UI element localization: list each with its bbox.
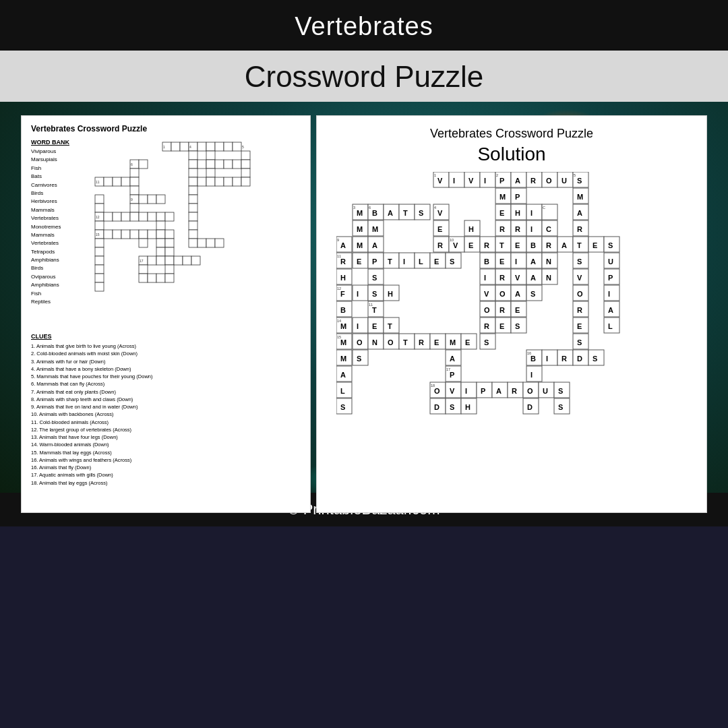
svg-text:V: V [437, 209, 443, 217]
svg-text:I: I [530, 225, 533, 233]
svg-text:O: O [527, 387, 533, 395]
svg-text:E: E [372, 322, 377, 330]
svg-rect-67 [148, 230, 156, 239]
svg-rect-29 [130, 177, 139, 186]
svg-text:E: E [515, 241, 520, 249]
svg-text:A: A [608, 306, 613, 314]
svg-rect-36 [241, 177, 250, 186]
svg-text:O: O [577, 290, 583, 298]
svg-rect-23 [206, 169, 215, 177]
svg-text:H: H [515, 209, 520, 217]
svg-text:M: M [450, 338, 456, 346]
svg-text:S: S [608, 241, 613, 249]
svg-rect-41 [139, 195, 148, 204]
svg-rect-156 [526, 204, 542, 220]
svg-text:T: T [577, 241, 582, 249]
svg-text:B: B [530, 241, 536, 249]
svg-text:T: T [403, 338, 408, 346]
svg-rect-9 [189, 151, 198, 160]
svg-rect-39 [95, 195, 104, 204]
svg-text:5: 5 [242, 145, 244, 149]
svg-text:L: L [608, 322, 613, 330]
svg-text:T: T [372, 306, 377, 314]
svg-rect-46 [130, 204, 139, 212]
svg-rect-264 [353, 285, 368, 301]
word-item: Amphibians [31, 256, 85, 264]
svg-text:H: H [468, 225, 474, 233]
svg-text:A: A [372, 241, 377, 249]
svg-text:L: L [419, 257, 423, 266]
svg-rect-97 [165, 274, 174, 282]
svg-text:R: R [419, 338, 424, 346]
clue-item: 8. Animals with sharp teeth and claws (D… [31, 396, 301, 403]
svg-rect-59 [156, 221, 165, 230]
word-item: Vertebrates [31, 214, 85, 222]
svg-rect-7 [224, 142, 233, 151]
svg-text:M: M [357, 225, 363, 233]
word-item: Carnivores [31, 181, 85, 189]
svg-text:E: E [437, 225, 442, 233]
left-card-title: Vertebrates Crossword Puzzle [31, 124, 301, 133]
svg-text:P: P [515, 193, 520, 201]
right-card: Vertebrates Crossword Puzzle Solution .s… [316, 115, 707, 513]
svg-rect-73 [156, 239, 165, 247]
svg-text:17: 17 [140, 259, 144, 263]
svg-text:N: N [546, 274, 551, 282]
svg-text:9: 9 [131, 198, 133, 202]
svg-text:H: H [340, 274, 346, 282]
svg-rect-51 [121, 212, 130, 221]
svg-rect-22 [189, 169, 198, 177]
svg-text:E: E [465, 338, 470, 346]
svg-rect-89 [191, 256, 200, 265]
svg-rect-8 [233, 142, 241, 151]
page-title: Vertebrates [0, 12, 728, 41]
svg-rect-55 [156, 212, 165, 221]
svg-rect-92 [165, 265, 174, 274]
svg-rect-93 [95, 274, 104, 282]
svg-text:S: S [450, 257, 454, 266]
svg-text:I: I [357, 322, 359, 330]
svg-rect-56 [165, 212, 174, 221]
svg-rect-370 [461, 382, 477, 398]
svg-rect-5 [206, 142, 215, 151]
clue-item: 1. Animals that give birth to live young… [31, 342, 301, 350]
svg-rect-91 [139, 265, 148, 274]
svg-rect-6 [215, 142, 224, 151]
word-item: Tetrapods [31, 248, 85, 256]
svg-text:R: R [437, 241, 443, 249]
word-item: Amphibians [31, 281, 85, 289]
svg-text:P: P [372, 257, 377, 266]
word-bank-label: WORD BANK [31, 139, 85, 146]
clue-item: 12. The largest group of vertebrates (Ac… [31, 426, 301, 433]
word-item: Herbivores [31, 198, 85, 206]
svg-text:A: A [450, 355, 455, 363]
svg-rect-2 [180, 142, 189, 151]
svg-text:V: V [515, 274, 520, 282]
svg-text:O: O [546, 177, 552, 185]
svg-text:M: M [499, 193, 506, 201]
svg-text:R: R [577, 225, 582, 233]
clues-section: CLUES 1. Animals that give birth to live… [31, 333, 301, 487]
svg-text:U: U [608, 257, 613, 266]
svg-text:S: S [577, 177, 582, 185]
svg-text:S: S [372, 290, 377, 298]
svg-rect-11 [241, 151, 250, 160]
word-item: Marsupials [31, 156, 85, 164]
svg-text:T: T [403, 209, 408, 217]
svg-text:M: M [340, 338, 346, 346]
svg-rect-70 [189, 230, 198, 239]
svg-rect-33 [215, 177, 224, 186]
right-card-title: Vertebrates Crossword Puzzle [330, 127, 693, 141]
svg-text:O: O [434, 387, 440, 395]
svg-text:B: B [484, 257, 489, 266]
svg-text:E: E [499, 209, 504, 217]
svg-rect-84 [148, 256, 156, 265]
svg-rect-47 [189, 204, 198, 212]
svg-text:R: R [499, 225, 505, 233]
svg-text:R: R [499, 274, 505, 282]
svg-rect-27 [113, 177, 121, 186]
word-item: Mammals [31, 231, 85, 239]
svg-text:O: O [484, 306, 490, 314]
clue-item: 10. Animals with backbones (Across) [31, 411, 301, 418]
clue-item: 3. Animals with fur or hair (Down) [31, 358, 301, 365]
